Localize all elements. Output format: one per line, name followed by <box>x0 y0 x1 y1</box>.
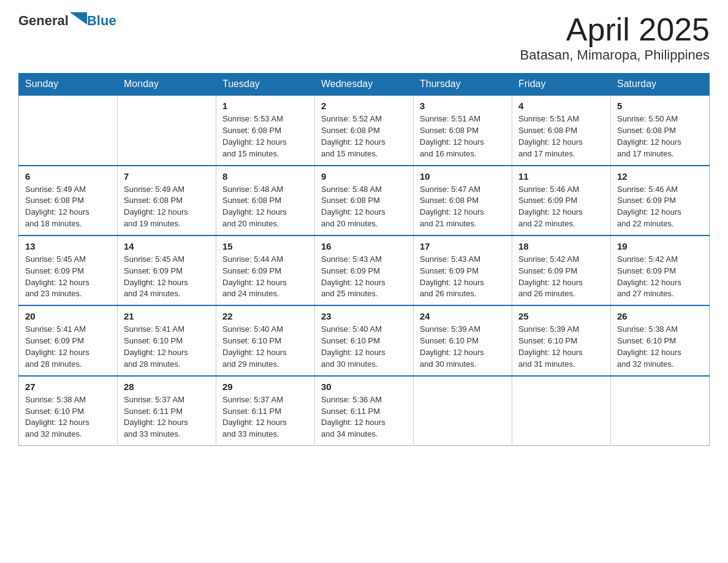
day-info: Sunrise: 5:51 AM Sunset: 6:08 PM Dayligh… <box>420 113 506 159</box>
day-info: Sunrise: 5:40 AM Sunset: 6:10 PM Dayligh… <box>321 324 407 370</box>
calendar-cell <box>19 95 118 165</box>
day-number: 6 <box>25 171 111 182</box>
day-number: 15 <box>222 241 308 251</box>
calendar-header-row: Sunday Monday Tuesday Wednesday Thursday… <box>19 74 710 96</box>
day-info: Sunrise: 5:49 AM Sunset: 6:08 PM Dayligh… <box>25 184 111 230</box>
day-number: 22 <box>222 311 308 321</box>
day-info: Sunrise: 5:51 AM Sunset: 6:08 PM Dayligh… <box>518 113 604 159</box>
header-sunday: Sunday <box>19 74 118 96</box>
calendar-cell: 19Sunrise: 5:42 AM Sunset: 6:09 PM Dayli… <box>611 236 710 305</box>
week-row-4: 20Sunrise: 5:41 AM Sunset: 6:09 PM Dayli… <box>19 305 710 375</box>
day-info: Sunrise: 5:36 AM Sunset: 6:11 PM Dayligh… <box>321 394 407 440</box>
calendar-cell: 24Sunrise: 5:39 AM Sunset: 6:10 PM Dayli… <box>414 305 512 375</box>
calendar-cell: 13Sunrise: 5:45 AM Sunset: 6:09 PM Dayli… <box>19 236 118 305</box>
day-number: 5 <box>617 101 703 111</box>
calendar-title: April 2025 <box>520 12 710 47</box>
header-wednesday: Wednesday <box>315 74 414 96</box>
week-row-5: 27Sunrise: 5:38 AM Sunset: 6:10 PM Dayli… <box>19 376 710 446</box>
calendar-cell: 4Sunrise: 5:51 AM Sunset: 6:08 PM Daylig… <box>512 95 611 165</box>
day-info: Sunrise: 5:53 AM Sunset: 6:08 PM Dayligh… <box>222 113 308 159</box>
calendar-cell: 3Sunrise: 5:51 AM Sunset: 6:08 PM Daylig… <box>414 95 512 165</box>
day-info: Sunrise: 5:43 AM Sunset: 6:09 PM Dayligh… <box>420 254 506 300</box>
calendar-cell: 18Sunrise: 5:42 AM Sunset: 6:09 PM Dayli… <box>512 236 611 305</box>
week-row-1: 1Sunrise: 5:53 AM Sunset: 6:08 PM Daylig… <box>19 95 710 165</box>
day-number: 21 <box>124 311 210 321</box>
title-block: April 2025 Batasan, Mimaropa, Philippine… <box>520 12 710 63</box>
calendar-table: Sunday Monday Tuesday Wednesday Thursday… <box>18 73 710 446</box>
calendar-cell: 8Sunrise: 5:48 AM Sunset: 6:08 PM Daylig… <box>216 166 315 236</box>
day-number: 23 <box>321 311 407 321</box>
day-info: Sunrise: 5:45 AM Sunset: 6:09 PM Dayligh… <box>25 254 111 300</box>
logo-general: General <box>18 13 69 29</box>
day-info: Sunrise: 5:39 AM Sunset: 6:10 PM Dayligh… <box>420 324 506 370</box>
day-info: Sunrise: 5:46 AM Sunset: 6:09 PM Dayligh… <box>617 184 703 230</box>
day-number: 18 <box>518 241 604 251</box>
calendar-cell: 10Sunrise: 5:47 AM Sunset: 6:08 PM Dayli… <box>414 166 512 236</box>
calendar-cell: 28Sunrise: 5:37 AM Sunset: 6:11 PM Dayli… <box>118 376 216 446</box>
day-info: Sunrise: 5:37 AM Sunset: 6:11 PM Dayligh… <box>124 394 210 440</box>
day-info: Sunrise: 5:38 AM Sunset: 6:10 PM Dayligh… <box>617 324 703 370</box>
day-info: Sunrise: 5:44 AM Sunset: 6:09 PM Dayligh… <box>222 254 308 300</box>
header-thursday: Thursday <box>414 74 512 96</box>
svg-marker-0 <box>70 12 87 25</box>
calendar-cell: 26Sunrise: 5:38 AM Sunset: 6:10 PM Dayli… <box>611 305 710 375</box>
calendar-cell: 25Sunrise: 5:39 AM Sunset: 6:10 PM Dayli… <box>512 305 611 375</box>
calendar-cell: 2Sunrise: 5:52 AM Sunset: 6:08 PM Daylig… <box>315 95 414 165</box>
calendar-cell: 7Sunrise: 5:49 AM Sunset: 6:08 PM Daylig… <box>118 166 216 236</box>
day-number: 16 <box>321 241 407 251</box>
day-number: 12 <box>617 171 703 182</box>
day-info: Sunrise: 5:50 AM Sunset: 6:08 PM Dayligh… <box>617 113 703 159</box>
day-info: Sunrise: 5:38 AM Sunset: 6:10 PM Dayligh… <box>25 394 111 440</box>
day-number: 24 <box>420 311 506 321</box>
day-number: 7 <box>124 171 210 182</box>
day-number: 19 <box>617 241 703 251</box>
day-number: 20 <box>25 311 111 321</box>
day-number: 10 <box>420 171 506 182</box>
day-number: 25 <box>518 311 604 321</box>
week-row-2: 6Sunrise: 5:49 AM Sunset: 6:08 PM Daylig… <box>19 166 710 236</box>
day-info: Sunrise: 5:45 AM Sunset: 6:09 PM Dayligh… <box>124 254 210 300</box>
day-number: 11 <box>518 171 604 182</box>
week-row-3: 13Sunrise: 5:45 AM Sunset: 6:09 PM Dayli… <box>19 236 710 305</box>
calendar-cell: 1Sunrise: 5:53 AM Sunset: 6:08 PM Daylig… <box>216 95 315 165</box>
calendar-cell: 23Sunrise: 5:40 AM Sunset: 6:10 PM Dayli… <box>315 305 414 375</box>
calendar-cell: 14Sunrise: 5:45 AM Sunset: 6:09 PM Dayli… <box>118 236 216 305</box>
day-number: 3 <box>420 101 506 111</box>
day-info: Sunrise: 5:43 AM Sunset: 6:09 PM Dayligh… <box>321 254 407 300</box>
header-saturday: Saturday <box>611 74 710 96</box>
page-header: General Blue April 2025 Batasan, Mimarop… <box>18 12 710 63</box>
day-number: 1 <box>222 101 308 111</box>
calendar-cell: 30Sunrise: 5:36 AM Sunset: 6:11 PM Dayli… <box>315 376 414 446</box>
logo: General Blue <box>18 12 116 29</box>
calendar-cell: 16Sunrise: 5:43 AM Sunset: 6:09 PM Dayli… <box>315 236 414 305</box>
day-info: Sunrise: 5:48 AM Sunset: 6:08 PM Dayligh… <box>222 184 308 230</box>
day-info: Sunrise: 5:49 AM Sunset: 6:08 PM Dayligh… <box>124 184 210 230</box>
day-info: Sunrise: 5:48 AM Sunset: 6:08 PM Dayligh… <box>321 184 407 230</box>
header-monday: Monday <box>118 74 216 96</box>
day-info: Sunrise: 5:46 AM Sunset: 6:09 PM Dayligh… <box>518 184 604 230</box>
day-info: Sunrise: 5:41 AM Sunset: 6:09 PM Dayligh… <box>25 324 111 370</box>
header-friday: Friday <box>512 74 611 96</box>
logo-blue: Blue <box>87 13 116 28</box>
day-info: Sunrise: 5:40 AM Sunset: 6:10 PM Dayligh… <box>222 324 308 370</box>
calendar-cell <box>611 376 710 446</box>
calendar-cell: 9Sunrise: 5:48 AM Sunset: 6:08 PM Daylig… <box>315 166 414 236</box>
calendar-cell: 27Sunrise: 5:38 AM Sunset: 6:10 PM Dayli… <box>19 376 118 446</box>
calendar-cell <box>118 95 216 165</box>
day-number: 13 <box>25 241 111 251</box>
calendar-cell <box>512 376 611 446</box>
day-number: 4 <box>518 101 604 111</box>
day-info: Sunrise: 5:52 AM Sunset: 6:08 PM Dayligh… <box>321 113 407 159</box>
day-number: 28 <box>124 381 210 392</box>
day-number: 27 <box>25 381 111 392</box>
day-number: 30 <box>321 381 407 392</box>
day-number: 14 <box>124 241 210 251</box>
header-tuesday: Tuesday <box>216 74 315 96</box>
day-info: Sunrise: 5:37 AM Sunset: 6:11 PM Dayligh… <box>222 394 308 440</box>
calendar-cell: 17Sunrise: 5:43 AM Sunset: 6:09 PM Dayli… <box>414 236 512 305</box>
calendar-cell: 29Sunrise: 5:37 AM Sunset: 6:11 PM Dayli… <box>216 376 315 446</box>
calendar-cell: 15Sunrise: 5:44 AM Sunset: 6:09 PM Dayli… <box>216 236 315 305</box>
day-number: 2 <box>321 101 407 111</box>
calendar-cell: 21Sunrise: 5:41 AM Sunset: 6:10 PM Dayli… <box>118 305 216 375</box>
calendar-cell: 20Sunrise: 5:41 AM Sunset: 6:09 PM Dayli… <box>19 305 118 375</box>
